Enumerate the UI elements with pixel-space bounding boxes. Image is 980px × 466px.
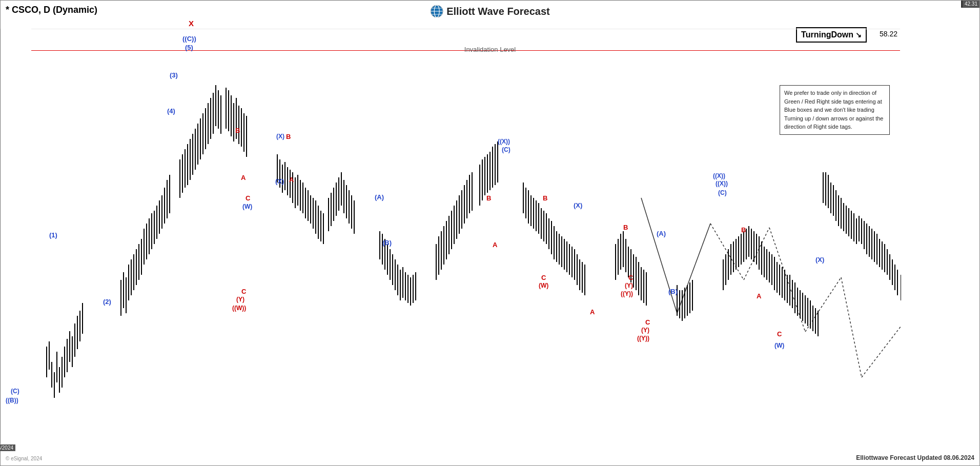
wave-label-b-mar: B xyxy=(486,194,491,202)
wave-label-c-y-jul: C xyxy=(628,274,633,281)
wave-label-b-dec: (B) xyxy=(382,239,392,247)
wave-label-cc-peak: ((C)) xyxy=(182,35,196,43)
wave-label-x-right: (X) xyxy=(815,256,824,264)
wave-label-c-aug2: C xyxy=(645,318,650,326)
wave-label-b-nov: B xyxy=(286,133,291,140)
wave-label-c-bottom: (C) xyxy=(11,388,19,395)
wave-label-c-right: C xyxy=(777,330,782,338)
wave-label-3-peak: (3) xyxy=(170,71,178,79)
wave-label-c-aug: (C) xyxy=(718,189,727,196)
wave-label-a-right: A xyxy=(757,292,761,300)
wave-label-a-oct: A xyxy=(241,174,246,181)
wave-label-y-dec: (Y) xyxy=(236,296,244,303)
wave-label-xx-feb: ((X)) xyxy=(498,138,510,145)
chart-title: * CSCO, D (Dynamic) xyxy=(6,5,97,15)
wave-label-c-w: C xyxy=(246,194,250,202)
wave-label-5-peak: (5) xyxy=(185,44,193,51)
wave-label-ww-dec: ((W)) xyxy=(232,305,246,312)
special-price-value: 42.31 xyxy=(965,1,977,7)
wave-label-xx2-aug: ((X)) xyxy=(716,180,728,187)
wave-label-w-sep: (W) xyxy=(774,342,784,349)
wave-label-a-mar: A xyxy=(493,241,497,249)
wave-label-y-aug: (Y) xyxy=(641,327,649,334)
svg-line-12 xyxy=(862,326,901,377)
site-name: Elliott Wave Forecast xyxy=(446,6,550,17)
header-center: Elliott Wave Forecast xyxy=(430,5,550,18)
wave-label-w-apr: (W) xyxy=(539,282,548,289)
wave-label-a-jun: A xyxy=(590,308,595,316)
wave-label-y-jul: (Y) xyxy=(625,282,633,289)
date-highlight-bar xyxy=(1,29,1,443)
wave-label-b-apr: B xyxy=(543,194,547,202)
wave-label-xx1-aug: ((X)) xyxy=(713,172,725,179)
grid-line-42 xyxy=(31,1,900,1)
wave-label-b-jul: (B) xyxy=(668,288,678,295)
wave-label-a-nov: A xyxy=(289,176,294,184)
svg-line-11 xyxy=(841,277,862,377)
wave-label-yy-jul: ((Y)) xyxy=(621,290,633,297)
wave-label-a-dec: (A) xyxy=(375,193,384,201)
date-highlight: 02/06/2024 xyxy=(0,444,15,451)
wave-label-w-oct: (W) xyxy=(242,203,252,210)
wave-label-yy-aug: ((Y)) xyxy=(637,335,649,342)
wave-label-4-peak: (4) xyxy=(167,107,175,115)
candlestick-group xyxy=(47,85,901,398)
info-box: We prefer to trade only in direction of … xyxy=(780,85,890,135)
wave-label-a-jul: (A) xyxy=(657,230,666,237)
wave-label-c-feb: (C) xyxy=(502,146,511,153)
wave-label-1: (1) xyxy=(49,231,57,239)
chart-svg xyxy=(31,29,901,443)
highlighted-date-label: 02/06/2024 xyxy=(0,445,13,451)
special-price-box: 42.31 xyxy=(963,1,979,7)
wave-label-x-may: (X) xyxy=(574,201,582,209)
chart-container: * CSCO, D (Dynamic) Elliott Wave Forecas… xyxy=(0,0,980,466)
wave-label-bb-bottom: ((B)) xyxy=(6,397,18,404)
bottom-attribution: © eSignal, 2024 xyxy=(6,456,42,461)
wave-label-b-right: B xyxy=(741,226,746,234)
logo-icon xyxy=(430,5,443,18)
wave-label-b-jun: B xyxy=(623,224,628,231)
wave-label-b-oct: B xyxy=(235,127,240,134)
wave-label-x-b-nov: (X) xyxy=(276,133,284,140)
wave-label-x-sep-top: X xyxy=(189,19,194,28)
info-box-text: We prefer to trade only in direction of … xyxy=(784,90,883,130)
wave-label-c-w-apr: C xyxy=(541,274,546,281)
bottom-update: Elliottwave Forecast Updated 08.06.2024 xyxy=(856,454,974,461)
wave-label-x-oct: (X) xyxy=(275,177,284,185)
wave-label-2: (2) xyxy=(103,298,111,306)
wave-label-c-y: C xyxy=(241,288,246,295)
